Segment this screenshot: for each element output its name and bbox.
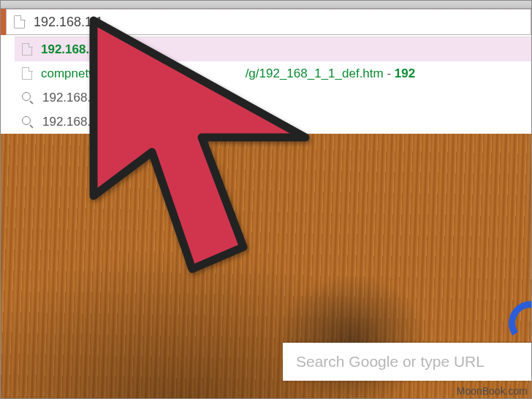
window-chrome-top	[0, 0, 532, 9]
page-icon	[22, 43, 32, 56]
address-bar[interactable]: 192.168.1.1	[6, 9, 531, 35]
suggestion-text: compnetworki /g/192_168_1_1_def.htm - 19…	[41, 66, 415, 81]
page-icon	[22, 67, 32, 80]
suggestion-text: 192.168.1.10.8888	[42, 115, 146, 129]
suggestion-row[interactable]: compnetworki /g/192_168_1_1_def.htm - 19…	[15, 61, 531, 86]
search-icon	[22, 116, 34, 128]
suggestion-row[interactable]: 192.168.1.10.8888	[15, 110, 531, 134]
suggestion-row[interactable]: 192.168.1.1	[15, 37, 531, 61]
page-icon	[14, 15, 25, 28]
search-placeholder: Search Google or type URL	[296, 353, 484, 370]
suggestion-text: 192.168.1.1 - G	[42, 91, 129, 105]
suggestion-text: 192.168.1.1	[41, 42, 107, 57]
watermark: MoonBook.com	[457, 385, 528, 397]
search-input[interactable]: Search Google or type URL	[283, 343, 531, 381]
search-icon	[22, 92, 34, 104]
suggestion-row[interactable]: 192.168.1.1 - G	[15, 86, 531, 110]
address-bar-text: 192.168.1.1	[34, 15, 103, 30]
omnibox-suggestions: 192.168.1.1 compnetworki /g/192_168_1_1_…	[15, 37, 531, 134]
